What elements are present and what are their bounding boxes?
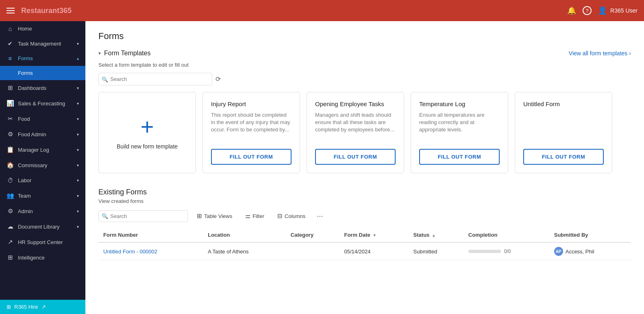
hire-external-icon: ↗ <box>41 304 46 310</box>
template-search-input[interactable] <box>98 73 212 85</box>
hamburger-button[interactable] <box>7 8 15 13</box>
col-form-number[interactable]: Form Number <box>98 228 203 242</box>
fill-out-button[interactable]: FILL OUT FORM <box>523 149 604 165</box>
form-cards-list: + Build new form template Injury Report … <box>98 92 631 177</box>
sidebar-item-hire[interactable]: ⊞ R365 Hire ↗ <box>0 300 85 314</box>
submitter-avatar: AP <box>554 247 563 256</box>
sales-icon: 📊 <box>7 100 14 107</box>
col-completion[interactable]: Completion <box>463 228 549 242</box>
home-icon: ⌂ <box>7 25 14 32</box>
manager-log-icon: 📋 <box>7 146 14 153</box>
col-form-date[interactable]: Form Date ▼ <box>339 228 408 242</box>
form-templates-desc: Select a form template to edit or fill o… <box>98 62 631 68</box>
filter-icon: ⚌ <box>245 212 250 220</box>
forms-icon: ≡ <box>7 55 14 62</box>
existing-search-input[interactable] <box>98 210 188 222</box>
sidebar-item-label: Team <box>18 193 73 199</box>
form-card-temperature-log: Temperature Log Ensure all temperatures … <box>411 92 508 173</box>
notification-icon[interactable]: 🔔 <box>567 6 576 15</box>
sidebar-item-forms-parent[interactable]: ≡ Forms ▴ <box>0 51 85 66</box>
sidebar-item-hr-support[interactable]: ↗ HR Support Center <box>0 234 85 250</box>
table-toolbar: 🔍 ⊞ Table Views ⚌ Filter ⊟ Columns <box>98 210 631 222</box>
sidebar-item-commissary[interactable]: 🏠 Commissary ▾ <box>0 157 85 173</box>
existing-forms-desc: View created forms <box>98 198 631 204</box>
collapse-icon[interactable]: ▾ <box>98 50 101 56</box>
cell-form-date: 05/14/2024 <box>339 242 408 260</box>
sidebar-item-document-library[interactable]: ☁ Document Library ▾ <box>0 219 85 234</box>
sidebar-item-task-management[interactable]: ✔ Task Management ▾ <box>0 36 85 51</box>
chevron-icon: ▾ <box>77 101 79 106</box>
sidebar-item-label: Commissary <box>18 162 73 168</box>
form-card-injury-report: Injury Report This report should be comp… <box>202 92 300 173</box>
sidebar-item-label: Home <box>18 26 79 32</box>
chevron-icon: ▾ <box>77 194 79 198</box>
chevron-icon: ▾ <box>77 86 79 90</box>
sidebar-item-label: Intelligence <box>18 255 79 261</box>
commissary-icon: 🏠 <box>7 161 14 169</box>
col-status[interactable]: Status ▲ <box>409 228 463 242</box>
form-number-link[interactable]: Untitled Form - 000002 <box>103 249 157 255</box>
completion-text: 0/0 <box>504 249 511 254</box>
existing-forms-title: Existing Forms <box>98 188 631 196</box>
topnav: Restaurant365 🔔 ? 👤 R365 User <box>0 0 644 21</box>
sidebar-item-food[interactable]: ✂ Food ▾ <box>0 111 85 126</box>
fill-out-button[interactable]: FILL OUT FORM <box>315 149 396 165</box>
sidebar-item-team[interactable]: 👥 Team ▾ <box>0 188 85 203</box>
document-icon: ☁ <box>7 223 14 230</box>
card-title: Untitled Form <box>523 100 604 107</box>
plus-icon: + <box>141 116 154 138</box>
col-category[interactable]: Category <box>286 228 339 242</box>
sidebar-item-dashboards[interactable]: ⊞ Dashboards ▾ <box>0 80 85 96</box>
more-options-button[interactable]: ··· <box>314 210 325 222</box>
sidebar-item-labor[interactable]: ⏱ Labor ▾ <box>0 173 85 188</box>
hire-icon: ⊞ <box>7 304 11 310</box>
columns-button[interactable]: ⊟ Columns <box>273 210 309 222</box>
intelligence-icon: ⊞ <box>7 254 14 261</box>
help-icon[interactable]: ? <box>583 6 592 15</box>
cell-category <box>286 242 339 260</box>
sidebar-item-manager-log[interactable]: 📋 Manager Log ▾ <box>0 142 85 157</box>
chevron-icon: ▾ <box>77 209 79 214</box>
fill-out-button[interactable]: FILL OUT FORM <box>211 149 292 165</box>
search-icon: 🔍 <box>102 213 108 219</box>
sidebar-item-label: Sales & Forecasting <box>18 100 73 107</box>
fill-out-button[interactable]: FILL OUT FORM <box>419 149 500 165</box>
sidebar-item-forms[interactable]: Forms <box>0 66 85 80</box>
view-all-link[interactable]: View all form templates › <box>569 50 631 57</box>
chevron-icon: ▴ <box>77 56 79 61</box>
brand-logo: Restaurant365 <box>21 7 567 15</box>
sidebar-item-label: Forms <box>18 55 73 61</box>
col-location[interactable]: Location <box>203 228 286 242</box>
filter-button[interactable]: ⚌ Filter <box>241 210 268 222</box>
sidebar-item-home[interactable]: ⌂ Home <box>0 21 85 36</box>
existing-search-wrap: 🔍 <box>98 210 188 222</box>
build-new-form-card[interactable]: + Build new form template <box>98 92 196 173</box>
dashboard-icon: ⊞ <box>7 84 14 92</box>
sidebar-item-intelligence[interactable]: ⊞ Intelligence <box>0 250 85 265</box>
sidebar-item-label: Document Library <box>18 224 73 230</box>
user-name-label: R365 User <box>610 7 637 14</box>
sidebar-item-food-admin[interactable]: ⚙ Food Admin ▾ <box>0 126 85 142</box>
sidebar-item-label: Manager Log <box>18 147 73 153</box>
card-title: Opening Employee Tasks <box>315 100 396 107</box>
existing-forms-section: Existing Forms View created forms 🔍 ⊞ Ta… <box>98 188 631 260</box>
submitter-name: Access, Phil <box>566 249 594 255</box>
sidebar-item-label: Dashboards <box>18 85 73 91</box>
build-label: Build new form template <box>117 143 178 150</box>
card-title: Injury Report <box>211 100 292 107</box>
user-avatar-icon: 👤 <box>598 6 607 15</box>
card-desc <box>523 111 604 142</box>
hire-label: R365 Hire <box>14 304 38 310</box>
card-desc: Managers and shift leads should ensure t… <box>315 111 396 142</box>
refresh-icon[interactable]: ⟳ <box>215 75 221 83</box>
sort-desc-icon: ▼ <box>372 233 376 238</box>
sidebar-item-label: Forms <box>18 70 79 76</box>
col-submitted-by[interactable]: Submitted By <box>549 228 631 242</box>
user-menu[interactable]: 👤 R365 User <box>598 6 637 15</box>
search-icon: 🔍 <box>102 76 108 82</box>
table-views-button[interactable]: ⊞ Table Views <box>193 210 236 222</box>
sidebar-item-admin[interactable]: ⚙ Admin ▾ <box>0 203 85 219</box>
form-templates-search-bar: 🔍 ⟳ <box>98 73 631 85</box>
sidebar-item-sales-forecasting[interactable]: 📊 Sales & Forecasting ▾ <box>0 96 85 111</box>
topnav-icons: 🔔 ? 👤 R365 User <box>567 6 637 15</box>
